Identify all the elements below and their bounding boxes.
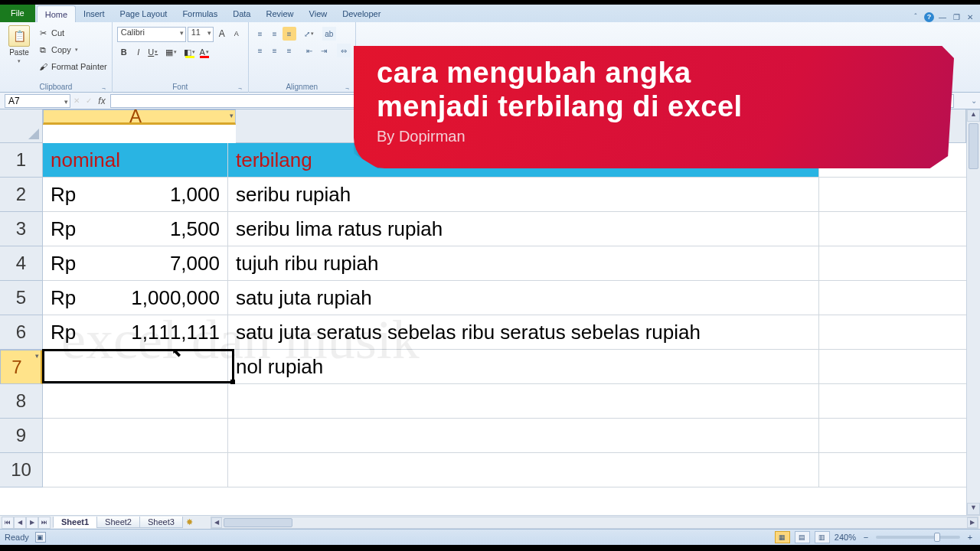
increase-font-button[interactable]: A xyxy=(215,27,229,41)
horizontal-scrollbar[interactable]: ◀ ▶ xyxy=(211,517,978,529)
accept-formula-icon[interactable]: ✓ xyxy=(86,96,92,105)
select-all-corner[interactable] xyxy=(0,109,43,143)
ribbon-minimize-icon[interactable]: ˆ xyxy=(910,11,921,22)
name-box[interactable]: A7 xyxy=(5,94,70,108)
align-right-button[interactable]: ≡ xyxy=(283,44,296,57)
formula-expand-icon[interactable]: ⌄ xyxy=(968,96,980,105)
cell-C5[interactable] xyxy=(819,281,966,315)
increase-indent-button[interactable]: ⇥ xyxy=(317,44,331,57)
cell-B5[interactable]: satu juta rupiah xyxy=(228,281,819,315)
view-normal-button[interactable]: ▦ xyxy=(775,531,790,543)
align-left-button[interactable]: ≡ xyxy=(253,44,267,57)
ribbon-tab-home[interactable]: Home xyxy=(37,5,76,22)
merge-center-button[interactable]: ⇔ xyxy=(337,44,351,57)
align-top-button[interactable]: ≡ xyxy=(253,27,267,41)
cell-A7[interactable] xyxy=(43,350,228,384)
cell-C4[interactable] xyxy=(819,246,966,281)
cell-B6[interactable]: satu juta seratus sebelas ribu seratus s… xyxy=(228,315,819,350)
row-header-7[interactable]: 7 xyxy=(0,350,43,384)
column-header-A[interactable]: A xyxy=(43,109,236,125)
zoom-in-button[interactable]: + xyxy=(965,533,975,542)
ribbon-tab-insert[interactable]: Insert xyxy=(76,5,113,22)
view-layout-button[interactable]: ▤ xyxy=(795,531,810,543)
window-close-icon[interactable]: ✕ xyxy=(965,11,975,22)
cut-button[interactable]: ✂Cut xyxy=(37,25,107,41)
cell-C6[interactable] xyxy=(819,315,966,350)
font-name-select[interactable]: Calibri xyxy=(117,27,186,42)
macro-record-icon[interactable]: ▣ xyxy=(35,532,46,543)
cell-empty[interactable] xyxy=(819,453,966,487)
cells-area[interactable]: nominalterbilangRp1,000seribu rupiahRp1,… xyxy=(43,143,966,515)
zoom-knob[interactable] xyxy=(934,533,940,542)
sheet-nav-prev-icon[interactable]: ◀ xyxy=(14,517,26,529)
scroll-up-icon[interactable]: ▲ xyxy=(967,109,980,122)
cell-C2[interactable] xyxy=(819,178,966,212)
new-sheet-button[interactable]: ✸ xyxy=(183,517,197,527)
align-center-button[interactable]: ≡ xyxy=(268,44,282,57)
row-header-2[interactable]: 2 xyxy=(0,178,43,212)
sheet-nav-last-icon[interactable]: ⏭ xyxy=(38,517,51,529)
cell-empty[interactable] xyxy=(228,384,819,419)
window-minimize-icon[interactable]: — xyxy=(937,11,948,22)
decrease-font-button[interactable]: A xyxy=(230,27,243,41)
row-header-8[interactable]: 8 xyxy=(0,384,43,419)
cell-C7[interactable] xyxy=(819,350,966,384)
fill-color-button[interactable]: ◧ xyxy=(183,45,197,59)
cell-A6[interactable]: Rp1,111,111 xyxy=(43,315,228,350)
row-header-5[interactable]: 5 xyxy=(0,281,43,315)
zoom-out-button[interactable]: − xyxy=(861,533,871,542)
cell-empty[interactable] xyxy=(228,419,819,453)
scroll-right-icon[interactable]: ▶ xyxy=(967,517,978,528)
wrap-text-button[interactable]: ab xyxy=(322,27,336,41)
sheet-nav-first-icon[interactable]: ⏮ xyxy=(2,517,14,529)
scroll-left-icon[interactable]: ◀ xyxy=(211,517,222,528)
zoom-slider[interactable] xyxy=(876,536,960,539)
ribbon-tab-developer[interactable]: Developer xyxy=(335,5,388,22)
scroll-down-icon[interactable]: ▼ xyxy=(967,503,980,515)
cancel-formula-icon[interactable]: ✕ xyxy=(74,96,80,105)
vertical-scrollbar[interactable]: ▲ ▼ xyxy=(966,109,980,515)
underline-button[interactable]: U xyxy=(146,45,160,59)
row-header-4[interactable]: 4 xyxy=(0,246,43,281)
sheet-tab-sheet1[interactable]: Sheet1 xyxy=(53,517,97,528)
decrease-indent-button[interactable]: ⇤ xyxy=(302,44,316,57)
cell-B2[interactable]: seribu rupiah xyxy=(228,178,819,212)
format-painter-button[interactable]: 🖌Format Painter xyxy=(37,59,107,74)
cell-empty[interactable] xyxy=(43,453,228,487)
cell-A5[interactable]: Rp1,000,000 xyxy=(43,281,228,315)
cell-A4[interactable]: Rp7,000 xyxy=(43,246,228,281)
align-middle-button[interactable]: ≡ xyxy=(268,27,282,41)
cell-B4[interactable]: tujuh ribu rupiah xyxy=(228,246,819,281)
sheet-tab-sheet3[interactable]: Sheet3 xyxy=(139,517,183,528)
font-size-select[interactable]: 11 xyxy=(188,27,214,42)
cell-B7[interactable]: nol rupiah xyxy=(228,350,819,384)
cell-empty[interactable] xyxy=(819,384,966,419)
font-color-button[interactable]: A xyxy=(198,45,211,59)
window-restore-icon[interactable]: ❐ xyxy=(951,11,962,22)
file-tab[interactable]: File xyxy=(0,5,35,22)
cell-C3[interactable] xyxy=(819,212,966,246)
cell-empty[interactable] xyxy=(43,384,228,419)
hscroll-thumb[interactable] xyxy=(224,518,292,527)
cell-B3[interactable]: seribu lima ratus rupiah xyxy=(228,212,819,246)
align-bottom-button[interactable]: ≡ xyxy=(283,27,296,41)
help-icon[interactable]: ? xyxy=(924,12,934,22)
ribbon-tab-view[interactable]: View xyxy=(302,5,335,22)
border-button[interactable]: ▦ xyxy=(165,45,178,59)
sheet-tab-sheet2[interactable]: Sheet2 xyxy=(96,517,140,528)
ribbon-tab-review[interactable]: Review xyxy=(258,5,301,22)
ribbon-tab-data[interactable]: Data xyxy=(225,5,258,22)
bold-button[interactable]: B xyxy=(117,45,131,59)
cell-A3[interactable]: Rp1,500 xyxy=(43,212,228,246)
row-header-1[interactable]: 1 xyxy=(0,143,43,178)
row-header-3[interactable]: 3 xyxy=(0,212,43,246)
cell-empty[interactable] xyxy=(228,453,819,487)
row-header-6[interactable]: 6 xyxy=(0,315,43,350)
zoom-level[interactable]: 240% xyxy=(835,533,856,542)
vscroll-thumb[interactable] xyxy=(969,123,978,169)
copy-button[interactable]: ⧉Copy▾ xyxy=(37,42,107,57)
sheet-nav-next-icon[interactable]: ▶ xyxy=(26,517,38,529)
cell-empty[interactable] xyxy=(819,419,966,453)
italic-button[interactable]: I xyxy=(132,45,145,59)
ribbon-tab-page-layout[interactable]: Page Layout xyxy=(113,5,175,22)
